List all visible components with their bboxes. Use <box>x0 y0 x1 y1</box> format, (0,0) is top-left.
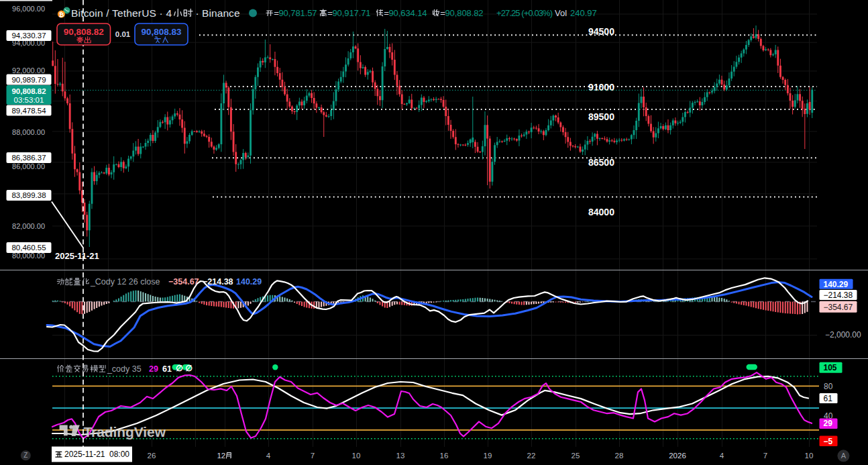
svg-text:140.29: 140.29 <box>236 277 262 287</box>
svg-text:88,000.00: 88,000.00 <box>12 128 45 136</box>
svg-text:80,460.55: 80,460.55 <box>11 244 46 252</box>
svg-text:82,000.00: 82,000.00 <box>12 222 45 230</box>
svg-text:90,634.14: 90,634.14 <box>389 8 427 18</box>
svg-text:19: 19 <box>484 452 492 460</box>
svg-text:−214.38: −214.38 <box>824 291 853 300</box>
svg-text:90,989.79: 90,989.79 <box>11 76 46 84</box>
svg-text:26: 26 <box>148 452 156 460</box>
svg-text:10: 10 <box>805 452 814 460</box>
svg-text:13: 13 <box>396 452 405 460</box>
svg-text:−354.67: −354.67 <box>168 277 199 287</box>
svg-text:2025-11-21: 2025-11-21 <box>55 251 99 261</box>
svg-text:7: 7 <box>311 452 315 460</box>
svg-text:7: 7 <box>763 452 767 460</box>
svg-text:4: 4 <box>266 452 271 460</box>
svg-text:−214.38: −214.38 <box>203 277 233 287</box>
svg-text:91000: 91000 <box>588 82 614 93</box>
svg-text:90,808.82: 90,808.82 <box>64 27 104 37</box>
svg-text:12: 12 <box>217 452 225 460</box>
svg-text:Bitcoin / TetherUS · 4: Bitcoin / TetherUS · 4 <box>71 7 172 19</box>
svg-text:28: 28 <box>615 452 624 460</box>
svg-text:25: 25 <box>572 452 580 460</box>
svg-text:∅ ∅: ∅ ∅ <box>176 364 193 373</box>
svg-text:Z: Z <box>23 452 28 459</box>
svg-text:16: 16 <box>440 452 449 460</box>
svg-text:29: 29 <box>824 419 833 428</box>
svg-text:61: 61 <box>162 364 172 374</box>
svg-text:4: 4 <box>720 452 724 460</box>
svg-text:_Cody 12 26 close: _Cody 12 26 close <box>90 277 160 287</box>
svg-text:86,000.00: 86,000.00 <box>12 162 45 170</box>
svg-text:90,808.82: 90,808.82 <box>445 8 484 18</box>
svg-text:03:53:01: 03:53:01 <box>14 96 44 104</box>
svg-text:89500: 89500 <box>588 111 614 122</box>
svg-text:83,899.38: 83,899.38 <box>11 191 46 199</box>
svg-text:29: 29 <box>149 364 158 374</box>
svg-text:· Binance: · Binance <box>196 7 240 19</box>
svg-text:105: 105 <box>824 363 837 372</box>
svg-text:80: 80 <box>824 382 833 391</box>
svg-text:89,478.54: 89,478.54 <box>11 107 46 115</box>
svg-text:_cody 35: _cody 35 <box>107 364 142 374</box>
svg-text:90,808.83: 90,808.83 <box>141 27 182 37</box>
svg-text:−5: −5 <box>824 437 833 446</box>
svg-text:08:00: 08:00 <box>109 450 129 459</box>
svg-text:86,386.37: 86,386.37 <box>11 154 46 162</box>
svg-text:A: A <box>841 452 847 460</box>
svg-text:₿: ₿ <box>59 11 64 18</box>
svg-text:Vol: Vol <box>555 8 567 18</box>
svg-text:+27.25 (+0.03%): +27.25 (+0.03%) <box>496 8 553 18</box>
svg-text:0.01: 0.01 <box>115 30 131 38</box>
svg-text:22: 22 <box>527 452 536 460</box>
svg-text:96,000.00: 96,000.00 <box>12 5 45 13</box>
svg-text:61: 61 <box>824 394 833 403</box>
svg-text:240.97: 240.97 <box>570 8 597 18</box>
svg-text:84000: 84000 <box>588 207 614 217</box>
svg-text:86500: 86500 <box>588 157 614 168</box>
svg-text:94,330.37: 94,330.37 <box>11 32 46 40</box>
svg-text:10: 10 <box>352 452 361 460</box>
svg-text:2026: 2026 <box>669 452 686 460</box>
svg-text:140.29: 140.29 <box>824 280 849 289</box>
svg-text:90,917.71: 90,917.71 <box>333 8 371 18</box>
svg-text:2025-11-21: 2025-11-21 <box>64 450 105 459</box>
svg-text:94500: 94500 <box>588 26 614 37</box>
svg-text:90,808.82: 90,808.82 <box>11 87 46 95</box>
svg-text:TradingView: TradingView <box>84 424 166 440</box>
svg-text:90,781.57: 90,781.57 <box>279 8 317 18</box>
svg-text:92,000.00: 92,000.00 <box>12 66 45 74</box>
svg-text:−354.67: −354.67 <box>824 303 853 312</box>
svg-text:−2,000.00: −2,000.00 <box>825 330 861 340</box>
